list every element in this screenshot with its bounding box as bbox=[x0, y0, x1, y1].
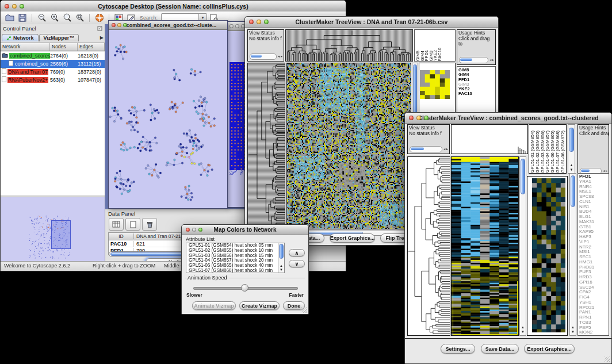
create-vizmap-button[interactable]: Create Vizmap bbox=[239, 301, 280, 310]
network-list-row[interactable]: combined_sco2569(6)13112(15) bbox=[1, 60, 105, 68]
animate-vizmap-button[interactable]: Animate Vizmap bbox=[192, 301, 236, 310]
zoom-out-icon[interactable] bbox=[36, 13, 47, 23]
scrollbar-thumb[interactable] bbox=[571, 175, 575, 207]
treeview2-window: ClusterMaker TreeView : combined_scores_… bbox=[404, 112, 612, 364]
save-icon[interactable] bbox=[17, 13, 28, 23]
close-button[interactable] bbox=[186, 228, 190, 232]
attribute-id: PAC10 bbox=[109, 241, 134, 247]
edges-count: 16218(0) bbox=[78, 53, 105, 59]
usage-hints-scrollbar[interactable]: ◂ ▸ bbox=[459, 57, 494, 63]
export-graphics-button[interactable]: Export Graphics... bbox=[524, 344, 575, 354]
scroll-up-icon[interactable]: ▲ bbox=[570, 325, 576, 329]
scroll-down-icon[interactable]: ▼ bbox=[568, 168, 575, 172]
gene-label: GPI16 bbox=[579, 280, 609, 285]
close-button[interactable] bbox=[5, 4, 9, 9]
zoom-button[interactable] bbox=[264, 20, 269, 24]
zoom-selected-icon[interactable] bbox=[74, 13, 85, 23]
network-canvas[interactable] bbox=[109, 30, 226, 208]
zoom-heatmap-panel[interactable] bbox=[527, 176, 568, 336]
birdseye-view[interactable] bbox=[1, 197, 105, 262]
gene-label: MAK31 bbox=[579, 220, 609, 225]
folder-icon bbox=[2, 53, 8, 59]
attribute-table-icon[interactable] bbox=[109, 218, 124, 231]
scrollbar-thumb[interactable] bbox=[521, 159, 525, 194]
column-labels-scrollbar[interactable]: ▲ ▼ bbox=[568, 124, 575, 174]
attribute-listbox[interactable]: GPL51-01 (GSM854) heat shock 05 minGPL51… bbox=[186, 243, 285, 273]
scroll-down-icon[interactable]: ▼ bbox=[520, 330, 526, 334]
heatmap-vscrollbar[interactable]: ▲ ▼ bbox=[519, 156, 526, 336]
close-button[interactable] bbox=[249, 20, 254, 24]
main-titlebar[interactable]: Cytoscape Desktop (Session Name: collins… bbox=[1, 1, 346, 12]
open-file-icon[interactable] bbox=[4, 13, 15, 23]
heatmap-panel[interactable] bbox=[451, 156, 519, 336]
attribute-items: GPL51-01 (GSM854) heat shock 05 minGPL51… bbox=[186, 243, 284, 273]
close-button[interactable] bbox=[409, 116, 414, 120]
settings-button[interactable]: Settings... bbox=[441, 344, 475, 354]
tab-vizmapper[interactable]: VizMapper™ bbox=[39, 34, 79, 41]
minimize-button[interactable] bbox=[12, 4, 17, 9]
tab-overflow-icon[interactable]: ▶ bbox=[100, 35, 104, 40]
network-name-cell: RNAPuberNov2+ bbox=[1, 76, 50, 83]
export-graphics-button[interactable]: Export Graphics... bbox=[330, 233, 375, 243]
dialog-title: Map Colors to Network bbox=[193, 227, 297, 233]
heatmap-panel[interactable] bbox=[286, 63, 411, 229]
treeview2-titlebar[interactable]: ClusterMaker TreeView : combined_scores_… bbox=[405, 113, 611, 124]
new-attribute-icon[interactable] bbox=[125, 218, 140, 231]
row-dendrogram-panel[interactable] bbox=[407, 156, 450, 336]
row-dendrogram-panel[interactable] bbox=[247, 63, 285, 229]
save-data-button[interactable]: Save Data... bbox=[481, 344, 519, 354]
scroll-up-icon[interactable]: ▲ bbox=[278, 264, 284, 268]
network-list-row[interactable]: combined_scores2764(0)16218(0) bbox=[1, 52, 105, 60]
scroll-down-icon[interactable]: ▼ bbox=[570, 330, 576, 334]
minimize-button[interactable] bbox=[257, 20, 261, 24]
scrollbar-thumb[interactable] bbox=[279, 244, 284, 259]
frame-minimize-button[interactable] bbox=[235, 24, 239, 28]
view-status-scrollbar[interactable]: ◂ ▸ bbox=[410, 146, 448, 152]
column-dendrogram-panel[interactable] bbox=[451, 124, 528, 154]
scrollbar-thumb[interactable] bbox=[569, 128, 574, 152]
tab-network[interactable]: Network bbox=[2, 34, 39, 41]
minimize-button[interactable] bbox=[416, 116, 421, 120]
frame-close-button[interactable] bbox=[112, 23, 116, 27]
float-panel-icon[interactable] bbox=[97, 26, 102, 31]
listbox-scrollbar[interactable]: ▲ ▼ bbox=[278, 243, 284, 273]
column-dendrogram-panel[interactable] bbox=[285, 29, 413, 62]
treeview1-titlebar[interactable]: ClusterMaker TreeView : DNA and Tran 07-… bbox=[245, 17, 498, 28]
zoom-in-icon[interactable] bbox=[49, 13, 60, 23]
heatmap-selection-rect[interactable] bbox=[453, 281, 518, 335]
frame-close-button[interactable] bbox=[230, 24, 234, 28]
move-down-button[interactable]: ∨ bbox=[289, 260, 305, 267]
resize-grip[interactable] bbox=[605, 357, 610, 362]
view-status-panel: View Status No status info f ◂ ▸ bbox=[247, 29, 284, 62]
resize-grip[interactable] bbox=[301, 307, 307, 313]
network-list-row[interactable]: DNA and Tran 07769(0)183728(0) bbox=[1, 68, 105, 76]
network-frame-titlebar[interactable]: combined_scores_good.txt--cluste... bbox=[109, 21, 227, 30]
network-name: RNAPuberNov2+ bbox=[7, 77, 48, 83]
scroll-down-icon[interactable]: ▼ bbox=[278, 268, 284, 272]
gene-label: SEC24 bbox=[579, 285, 609, 290]
delete-attribute-icon[interactable] bbox=[142, 218, 157, 231]
birdseye-viewport-rect[interactable] bbox=[51, 220, 71, 249]
network-list-row[interactable]: RNAPuberNov2+563(0)107847(0) bbox=[1, 76, 105, 84]
help-ring-icon[interactable] bbox=[94, 13, 105, 23]
minimize-button[interactable] bbox=[192, 228, 196, 232]
zoom-button[interactable] bbox=[198, 228, 202, 232]
gene-label: CLN1 bbox=[579, 200, 609, 205]
move-up-button[interactable]: ∧ bbox=[289, 249, 305, 256]
gene-label: PEP5 bbox=[579, 325, 609, 331]
zoom-fit-icon[interactable] bbox=[62, 13, 72, 23]
zoom-button[interactable] bbox=[20, 4, 24, 9]
zoom-button[interactable] bbox=[424, 116, 429, 120]
gene-label: PUF3 bbox=[579, 270, 609, 275]
row-dendrogram-canvas bbox=[248, 63, 285, 229]
scroll-up-icon[interactable]: ▲ bbox=[568, 163, 575, 167]
gene-list-scrollbar[interactable]: ▲ ▼ bbox=[569, 173, 576, 336]
network-name-cell: combined_sco bbox=[1, 60, 50, 67]
speed-slider-thumb[interactable] bbox=[241, 284, 248, 292]
dialog-titlebar[interactable]: Map Colors to Network bbox=[182, 225, 308, 235]
network-tab-icon bbox=[6, 36, 12, 41]
divider bbox=[405, 338, 611, 339]
scroll-up-icon[interactable]: ▲ bbox=[520, 325, 526, 329]
attribute-list-item[interactable]: GPL51-07 (GSM868) heat shock 60 min bbox=[188, 269, 284, 273]
view-status-scrollbar[interactable]: ◂ ▸ bbox=[250, 53, 282, 60]
